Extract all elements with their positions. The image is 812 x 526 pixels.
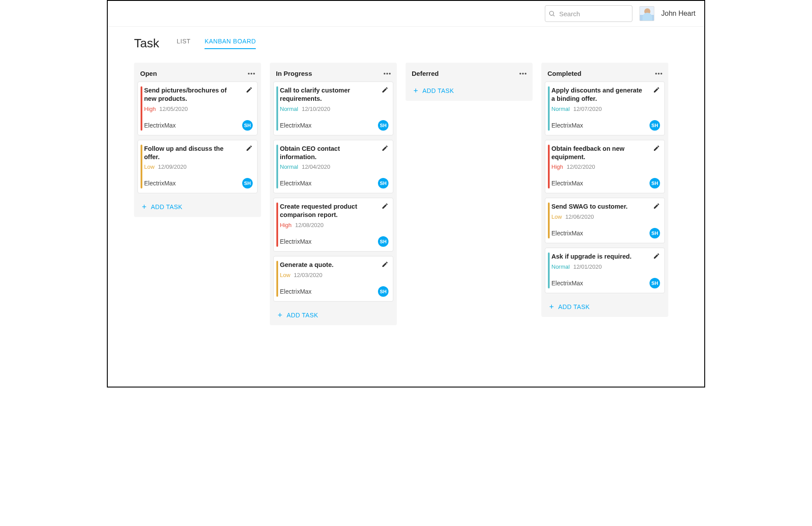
card-company: ElectrixMax xyxy=(551,230,583,237)
task-card[interactable]: Create requested product comparison repo… xyxy=(273,198,393,252)
column-completed: CompletedApply discounts and generate a … xyxy=(541,63,668,317)
edit-icon[interactable] xyxy=(381,203,388,210)
priority-stripe xyxy=(548,145,550,189)
card-company: ElectrixMax xyxy=(144,122,176,129)
card-meta: Normal12/01/2020 xyxy=(551,263,660,270)
edit-icon[interactable] xyxy=(246,86,253,93)
card-date: 12/08/2020 xyxy=(295,222,324,228)
edit-icon[interactable] xyxy=(381,261,388,268)
card-top: Obtain feedback on new equipment. xyxy=(551,145,660,161)
task-card[interactable]: Generate a quote.Low12/03/2020ElectrixMa… xyxy=(273,256,393,302)
card-company: ElectrixMax xyxy=(551,122,583,129)
column-deferred: Deferred+ADD TASK xyxy=(406,63,533,101)
card-date: 12/10/2020 xyxy=(302,106,330,112)
card-title: Obtain CEO contact information. xyxy=(280,145,372,161)
add-task-label: ADD TASK xyxy=(151,203,183,210)
assignee-badge[interactable]: SH xyxy=(650,278,660,288)
card-priority: High xyxy=(144,106,156,112)
card-bottom: ElectrixMaxSH xyxy=(144,120,253,131)
task-card[interactable]: Call to clarify customer requirements.No… xyxy=(273,82,393,135)
card-date: 12/07/2020 xyxy=(573,106,602,112)
assignee-badge[interactable]: SH xyxy=(378,178,388,188)
plus-icon: + xyxy=(278,311,282,319)
edit-icon[interactable] xyxy=(246,145,253,152)
more-icon[interactable] xyxy=(655,73,662,75)
assignee-badge[interactable]: SH xyxy=(242,178,253,188)
tab-kanban[interactable]: KANBAN BOARD xyxy=(205,38,256,49)
card-priority: Normal xyxy=(551,263,570,270)
card-priority: Low xyxy=(144,163,155,170)
more-icon[interactable] xyxy=(384,73,391,75)
card-date: 12/04/2020 xyxy=(302,163,330,170)
card-priority: Normal xyxy=(280,106,298,112)
priority-stripe xyxy=(276,145,278,189)
add-task-label: ADD TASK xyxy=(287,312,318,319)
card-company: ElectrixMax xyxy=(551,180,583,187)
add-task-button[interactable]: +ADD TASK xyxy=(409,82,529,97)
column-title: In Progress xyxy=(276,70,312,77)
edit-icon[interactable] xyxy=(653,86,660,93)
card-title: Obtain feedback on new equipment. xyxy=(551,145,643,161)
add-task-label: ADD TASK xyxy=(558,303,590,310)
assignee-badge[interactable]: SH xyxy=(242,120,253,131)
edit-icon[interactable] xyxy=(653,203,660,210)
card-meta: High12/05/2020 xyxy=(144,106,253,112)
edit-icon[interactable] xyxy=(653,145,660,152)
more-icon[interactable] xyxy=(248,73,255,75)
card-top: Send pictures/brochures of new products. xyxy=(144,86,253,103)
assignee-badge[interactable]: SH xyxy=(650,228,660,238)
plus-icon: + xyxy=(142,203,147,211)
more-icon[interactable] xyxy=(519,73,526,75)
assignee-badge[interactable]: SH xyxy=(378,236,388,247)
column-title: Open xyxy=(140,70,157,77)
card-meta: Low12/09/2020 xyxy=(144,163,253,170)
card-company: ElectrixMax xyxy=(551,280,583,287)
card-meta: Normal12/07/2020 xyxy=(551,106,660,112)
card-title: Follow up and discuss the offer. xyxy=(144,145,236,161)
card-meta: Low12/03/2020 xyxy=(280,272,388,278)
task-card[interactable]: Obtain feedback on new equipment.High12/… xyxy=(545,140,665,194)
task-card[interactable]: Ask if upgrade is required.Normal12/01/2… xyxy=(545,248,665,293)
card-top: Ask if upgrade is required. xyxy=(551,252,660,261)
assignee-badge[interactable]: SH xyxy=(378,120,388,131)
card-date: 12/06/2020 xyxy=(565,213,594,220)
card-company: ElectrixMax xyxy=(280,180,311,187)
add-task-label: ADD TASK xyxy=(423,87,454,94)
priority-stripe xyxy=(548,86,550,131)
add-task-button[interactable]: +ADD TASK xyxy=(138,198,258,213)
task-card[interactable]: Follow up and discuss the offer.Low12/09… xyxy=(138,140,258,194)
card-priority: Normal xyxy=(280,163,298,170)
add-task-button[interactable]: +ADD TASK xyxy=(545,298,665,313)
priority-stripe xyxy=(276,86,278,131)
card-meta: Normal12/04/2020 xyxy=(280,163,388,170)
card-date: 12/01/2020 xyxy=(573,263,602,270)
task-card[interactable]: Apply discounts and generate a binding o… xyxy=(545,82,665,135)
avatar[interactable] xyxy=(639,6,654,21)
assignee-badge[interactable]: SH xyxy=(650,178,660,188)
card-date: 12/02/2020 xyxy=(567,163,595,170)
card-title: Generate a quote. xyxy=(280,261,333,269)
card-top: Send SWAG to customer. xyxy=(551,203,660,211)
card-meta: Normal12/10/2020 xyxy=(280,106,388,112)
user-name[interactable]: John Heart xyxy=(661,10,695,18)
tab-list[interactable]: LIST xyxy=(177,38,191,49)
task-card[interactable]: Obtain CEO contact information.Normal12/… xyxy=(273,140,393,194)
card-company: ElectrixMax xyxy=(280,288,311,295)
card-bottom: ElectrixMaxSH xyxy=(280,178,388,188)
title-row: Task LIST KANBAN BOARD xyxy=(108,27,704,54)
assignee-badge[interactable]: SH xyxy=(650,120,660,131)
task-card[interactable]: Send pictures/brochures of new products.… xyxy=(138,82,258,135)
task-card[interactable]: Send SWAG to customer.Low12/06/2020Elect… xyxy=(545,198,665,243)
column-in-progress: In ProgressCall to clarify customer requ… xyxy=(270,63,397,325)
svg-line-1 xyxy=(553,15,554,16)
edit-icon[interactable] xyxy=(381,145,388,152)
assignee-badge[interactable]: SH xyxy=(378,286,388,297)
card-title: Send pictures/brochures of new products. xyxy=(144,86,236,103)
card-meta: High12/02/2020 xyxy=(551,163,660,170)
add-task-button[interactable]: +ADD TASK xyxy=(273,306,393,322)
card-date: 12/03/2020 xyxy=(294,272,322,278)
search-input[interactable] xyxy=(545,5,632,22)
svg-point-0 xyxy=(549,11,553,15)
edit-icon[interactable] xyxy=(653,252,660,259)
edit-icon[interactable] xyxy=(381,86,388,93)
